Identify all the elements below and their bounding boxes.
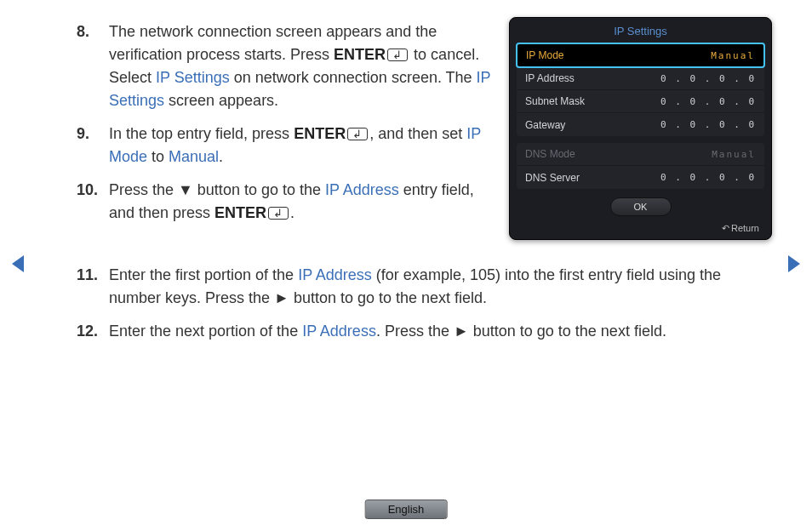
step-text: Enter the next portion of the IP Address… xyxy=(109,320,758,343)
language-badge[interactable]: English xyxy=(365,500,448,519)
enter-label: ENTER xyxy=(294,125,346,142)
enter-label: ENTER xyxy=(334,46,386,63)
row-label: Gateway xyxy=(525,119,565,131)
keyword-ip-address: IP Address xyxy=(298,266,372,283)
step-number: 12. xyxy=(77,320,109,343)
step-number: 9. xyxy=(77,123,109,168)
ip-settings-dialog: IP Settings IP Mode Manual IP Address 0 … xyxy=(509,17,772,240)
step-text: Press the ▼ button to go to the IP Addre… xyxy=(109,179,494,225)
row-gateway[interactable]: Gateway 0 . 0 . 0 . 0 xyxy=(517,113,764,136)
step-text: In the top entry field, press ENTER, and… xyxy=(109,123,494,168)
row-label: IP Address xyxy=(525,72,575,84)
prev-page-arrow[interactable] xyxy=(12,255,24,272)
row-value: Manual xyxy=(711,50,755,61)
step-text: The network connection screen appears an… xyxy=(109,20,494,112)
keyword-ip-address: IP Address xyxy=(325,181,399,198)
row-value: 0 . 0 . 0 . 0 xyxy=(660,172,756,183)
enter-icon xyxy=(347,128,368,140)
next-page-arrow[interactable] xyxy=(788,255,800,272)
return-button[interactable]: Return xyxy=(510,216,771,234)
enter-icon xyxy=(387,49,408,61)
row-dns-mode: DNS Mode Manual xyxy=(517,143,764,166)
step-number: 11. xyxy=(77,264,109,310)
row-label: Subnet Mask xyxy=(525,95,585,107)
row-label: DNS Mode xyxy=(525,148,575,160)
row-label: IP Mode xyxy=(526,49,563,61)
enter-label: ENTER xyxy=(214,204,266,221)
keyword-manual: Manual xyxy=(169,148,219,165)
keyword-ip-settings: IP Settings xyxy=(156,69,230,86)
dialog-title: IP Settings xyxy=(510,18,771,43)
row-value: 0 . 0 . 0 . 0 xyxy=(660,119,756,130)
enter-icon xyxy=(268,207,289,220)
row-dns-server[interactable]: DNS Server 0 . 0 . 0 . 0 xyxy=(517,166,764,189)
ok-button[interactable]: OK xyxy=(610,197,672,216)
row-value: 0 . 0 . 0 . 0 xyxy=(660,73,756,84)
keyword-ip-address: IP Address xyxy=(302,323,376,340)
row-subnet-mask[interactable]: Subnet Mask 0 . 0 . 0 . 0 xyxy=(517,90,764,113)
row-value: Manual xyxy=(712,149,756,160)
step-text: Enter the first portion of the IP Addres… xyxy=(109,264,758,310)
step-number: 8. xyxy=(77,20,109,112)
row-value: 0 . 0 . 0 . 0 xyxy=(660,96,756,107)
row-ip-mode[interactable]: IP Mode Manual xyxy=(516,43,765,68)
row-ip-address[interactable]: IP Address 0 . 0 . 0 . 0 xyxy=(517,67,764,90)
step-number: 10. xyxy=(77,179,109,225)
row-label: DNS Server xyxy=(525,172,580,184)
